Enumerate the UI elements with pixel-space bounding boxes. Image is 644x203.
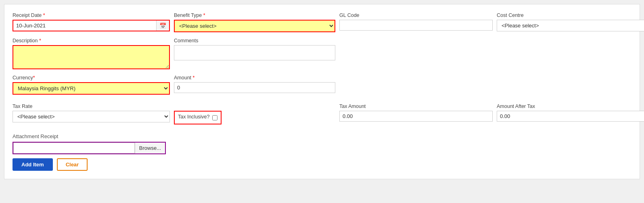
amount-after-tax-label: Amount After Tax: [497, 104, 644, 109]
tax-rate-label: Tax Rate: [13, 104, 170, 109]
currency-label: Currency*: [13, 75, 170, 81]
description-input[interactable]: [13, 45, 170, 69]
receipt-date-field: Receipt Date * 📅: [13, 12, 170, 32]
tax-amount-label: Tax Amount: [339, 104, 493, 109]
tax-inclusive-wrapper: Tax Inclusive?: [174, 111, 222, 124]
browse-button[interactable]: Browse...: [135, 143, 165, 153]
receipt-date-label: Receipt Date *: [13, 12, 170, 18]
gl-code-label: GL Code: [339, 12, 493, 18]
description-field: Description *: [13, 38, 170, 69]
action-buttons: Add Item Clear: [13, 158, 631, 171]
amount-label: Amount *: [174, 75, 335, 81]
amount-field: Amount *: [174, 75, 335, 95]
date-input-wrapper: 📅: [13, 20, 170, 31]
attachment-label: Attachment Receipt: [13, 133, 631, 139]
row3-grid: Currency* Malaysia Ringgits (MYR) Amount…: [13, 75, 631, 100]
tax-amount-input[interactable]: [339, 111, 493, 122]
tax-inclusive-label: Tax Inclusive?: [178, 114, 210, 120]
calendar-icon: 📅: [159, 23, 166, 29]
file-input-wrapper: Browse...: [13, 142, 166, 154]
row2-grid: Description * Comments: [13, 38, 631, 75]
cost-centre-label: Cost Centre: [497, 12, 644, 18]
comments-input[interactable]: [174, 45, 335, 60]
attachment-section: Attachment Receipt Browse... Add Item Cl…: [13, 133, 631, 171]
add-item-button[interactable]: Add Item: [13, 158, 53, 171]
row4-grid: Tax Rate <Please select> x Tax Inclusive…: [13, 104, 631, 130]
benefit-type-field: Benefit Type * <Please select>: [174, 12, 335, 32]
tax-inclusive-checkbox[interactable]: [212, 115, 217, 120]
tax-rate-select[interactable]: <Please select>: [13, 111, 170, 122]
tax-inclusive-field: x Tax Inclusive?: [174, 104, 335, 124]
receipt-date-input[interactable]: [13, 21, 156, 31]
empty-amount-col3: [339, 75, 493, 95]
comments-label: Comments: [174, 38, 335, 44]
description-label: Description *: [13, 38, 170, 44]
cost-centre-select[interactable]: <Please select>: [497, 20, 644, 31]
benefit-type-select[interactable]: <Please select>: [174, 20, 335, 32]
row1-grid: Receipt Date * 📅 Benefit Type * <Please …: [13, 12, 631, 38]
empty-col3: [339, 38, 493, 69]
amount-after-tax-field: Amount After Tax: [497, 104, 644, 124]
tax-rate-field: Tax Rate <Please select>: [13, 104, 170, 124]
clear-button[interactable]: Clear: [57, 158, 88, 171]
empty-col4: [497, 38, 644, 69]
comments-field: Comments: [174, 38, 335, 69]
benefit-type-label: Benefit Type *: [174, 12, 335, 18]
amount-input[interactable]: [174, 82, 335, 93]
gl-code-field: GL Code: [339, 12, 493, 32]
form-container: Receipt Date * 📅 Benefit Type * <Please …: [4, 4, 640, 179]
calendar-button[interactable]: 📅: [156, 21, 169, 31]
amount-after-tax-input: [497, 111, 644, 122]
currency-field: Currency* Malaysia Ringgits (MYR): [13, 75, 170, 95]
cost-centre-field: Cost Centre <Please select>: [497, 12, 644, 32]
file-text-input[interactable]: [13, 143, 135, 153]
currency-select[interactable]: Malaysia Ringgits (MYR): [13, 82, 170, 95]
gl-code-input[interactable]: [339, 20, 493, 31]
empty-amount-col4: [497, 75, 644, 95]
tax-amount-field: Tax Amount: [339, 104, 493, 124]
